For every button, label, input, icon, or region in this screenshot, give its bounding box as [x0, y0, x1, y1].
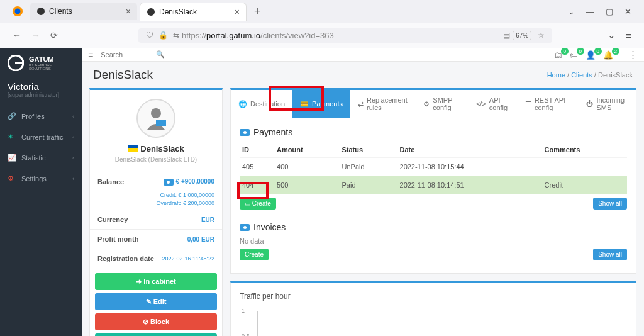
page-title: DenisSlack: [93, 68, 153, 82]
gear-icon: ⚙: [8, 174, 16, 182]
ukraine-flag-icon: [128, 145, 138, 152]
profile-card: DenisSlack DenisSlack (DenisSlack LTD) B…: [89, 88, 223, 336]
svg-rect-7: [156, 120, 166, 126]
svg-point-2: [37, 8, 45, 15]
tab-api[interactable]: </>API config: [469, 90, 518, 118]
sidebar-item-statistic[interactable]: 📈 Statistic ‹: [0, 147, 82, 168]
payments-table: ID Amount Status Date Comments 405400UnP…: [240, 142, 627, 194]
chart-icon: 📈: [8, 154, 16, 162]
y-tick: 1: [242, 308, 245, 314]
shield-icon[interactable]: 🛡: [146, 31, 153, 40]
lock-icon[interactable]: 🔒: [158, 31, 168, 40]
reload-button[interactable]: ⟳: [45, 26, 63, 44]
code-icon: </>: [476, 100, 486, 108]
chevron-down-icon[interactable]: ⌄: [568, 7, 575, 16]
create-invoice-button[interactable]: Create: [240, 249, 269, 260]
breadcrumb-home[interactable]: Home: [547, 71, 565, 79]
money-icon: [240, 224, 250, 231]
profit-row: Profit month 0,00 EUR: [90, 229, 222, 249]
chevron-left-icon: ‹: [72, 155, 74, 161]
sidebar-item-settings[interactable]: ⚙ Settings ‹: [0, 168, 82, 189]
cell-id: 404: [240, 176, 274, 194]
list-icon: ☰: [525, 100, 531, 108]
history-button[interactable]: ↻ History: [95, 333, 217, 336]
tab-body: Payments ID Amount Status Date Comments …: [231, 118, 636, 273]
url-input[interactable]: 🛡 🔒 ⇆ https://portal.gatum.io/clients/vi…: [138, 28, 552, 43]
new-tab-button[interactable]: +: [249, 5, 266, 18]
profit-label: Profit month: [97, 235, 138, 243]
globe-icon: 🌐: [238, 100, 247, 108]
permissions-icon[interactable]: ⇆: [173, 31, 179, 40]
bookmark-icon[interactable]: ☆: [538, 31, 545, 40]
maximize-icon[interactable]: ▢: [606, 7, 613, 16]
close-icon[interactable]: ×: [235, 7, 240, 17]
sidebar-item-current-traffic[interactable]: ✶ Current traffic ‹: [0, 126, 82, 147]
close-window-icon[interactable]: ✕: [625, 7, 631, 16]
tab-payments[interactable]: 💳Payments: [292, 90, 350, 118]
reader-icon[interactable]: ▤: [503, 31, 510, 40]
url-text: https://portal.gatum.io/clients/view?id=…: [182, 31, 501, 40]
show-all-payments-button[interactable]: Show all: [593, 198, 627, 210]
topbar-right: 🗂0 🏷0 👤0 🔔2 ⋮: [554, 49, 638, 60]
more-icon[interactable]: ⋮: [628, 49, 638, 60]
tab-strip: 🌐Destination 💳Payments ⇄Replacement rule…: [231, 90, 636, 118]
cabinet-button[interactable]: ➜ In cabinet: [95, 273, 217, 290]
breadcrumb-clients[interactable]: Clients: [571, 71, 592, 79]
block-button[interactable]: ⊘ Block: [95, 313, 217, 330]
notif-icon[interactable]: 👤0: [586, 50, 596, 60]
table-row[interactable]: 405400UnPaid2022-11-08 10:15:44: [240, 158, 627, 176]
notif-icon[interactable]: 🔔2: [603, 50, 613, 60]
create-payment-button[interactable]: ▭ Create: [240, 198, 276, 210]
firefox-icon: [11, 5, 24, 18]
table-row[interactable]: 404500Paid2022-11-08 10:14:51Credit: [240, 176, 627, 194]
traffic-icon: ✶: [8, 133, 16, 141]
power-icon: ⏻: [586, 100, 593, 108]
tab-smpp[interactable]: ⚙SMPP config: [416, 90, 469, 118]
tab-replacement[interactable]: ⇄Replacement rules: [350, 90, 416, 118]
minimize-icon[interactable]: —: [586, 7, 594, 16]
favicon-icon: [36, 7, 45, 16]
chevron-left-icon: ‹: [72, 134, 74, 140]
show-all-invoices-button[interactable]: Show all: [593, 249, 627, 260]
invoices-actions: Create Show all: [240, 249, 627, 260]
tab-destination[interactable]: 🌐Destination: [231, 90, 292, 118]
svg-point-6: [151, 108, 161, 118]
action-buttons: ➜ In cabinet ✎ Edit ⊘ Block ↻ History: [90, 268, 222, 336]
tab-incoming[interactable]: ⏻Incoming SMS: [579, 90, 636, 118]
reg-value: 2022-02-16 11:48:22: [162, 255, 214, 262]
close-icon[interactable]: ×: [126, 6, 131, 16]
user-name: Victoria: [8, 81, 74, 92]
hamburger-icon[interactable]: ≡: [88, 50, 93, 60]
tab-rest[interactable]: ☰REST API config: [518, 90, 579, 118]
search-icon[interactable]: 🔍: [156, 50, 165, 59]
card-icon: 💳: [300, 100, 309, 108]
cell-comments: Credit: [542, 176, 627, 194]
tabs-card: 🌐Destination 💳Payments ⇄Replacement rule…: [230, 88, 636, 274]
notif-icon[interactable]: 🗂0: [554, 50, 562, 60]
browser-tab-denisslack[interactable]: DenisSlack ×: [140, 3, 247, 21]
profit-value: 0,00 EUR: [187, 236, 214, 243]
pocket-icon[interactable]: ⌄: [602, 27, 621, 43]
browser-chrome: Clients × DenisSlack × + ⌄ — ▢ ✕ ← → ⟳ 🛡…: [0, 0, 644, 48]
currency-row: Currency EUR: [90, 210, 222, 229]
back-button[interactable]: ←: [8, 26, 26, 44]
col-id: ID: [240, 142, 274, 158]
y-tick: 0.5: [242, 333, 250, 337]
sidebar-item-label: Statistic: [21, 154, 46, 162]
sidebar-item-label: Settings: [21, 175, 47, 182]
notif-icon[interactable]: 🏷0: [570, 50, 578, 60]
registration-row: Registration date 2022-02-16 11:48:22: [90, 249, 222, 268]
cell-date: 2022-11-08 10:15:44: [397, 158, 542, 176]
window-controls: ⌄ — ▢ ✕: [568, 7, 639, 16]
sidebar-item-profiles[interactable]: 🔗 Profiles ‹: [0, 106, 82, 126]
zoom-level[interactable]: 67%: [513, 31, 531, 40]
balance-label: Balance: [97, 178, 124, 186]
brand: GATUM BY SEMPICO SOLUTIONS: [0, 48, 82, 77]
sidebar-item-label: Current traffic: [21, 133, 63, 141]
browser-tab-clients[interactable]: Clients ×: [30, 3, 137, 20]
cell-date: 2022-11-08 10:14:51: [397, 176, 542, 194]
cell-comments: [542, 158, 627, 176]
app-menu-icon[interactable]: ≡: [621, 28, 636, 43]
edit-button[interactable]: ✎ Edit: [95, 293, 217, 310]
brand-logo-icon: [8, 55, 24, 71]
